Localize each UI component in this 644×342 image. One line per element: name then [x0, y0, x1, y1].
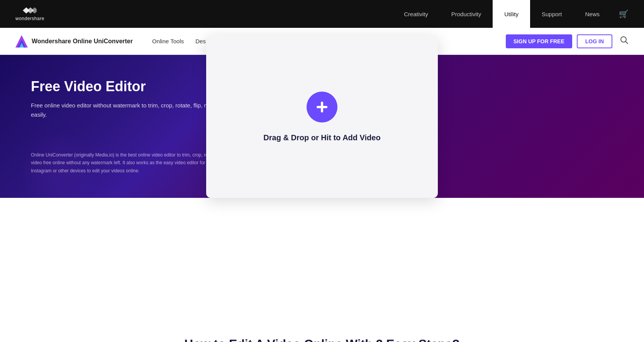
- login-button[interactable]: LOG IN: [577, 34, 612, 48]
- wondershare-logo[interactable]: wondershare: [15, 7, 44, 21]
- steps-section: How to Edit A Video Online With 3 Easy S…: [0, 306, 644, 342]
- nav-productivity[interactable]: Productivity: [440, 0, 493, 28]
- plus-icon: [315, 100, 329, 114]
- brand-logo[interactable]: Wondershare Online UniConverter: [15, 35, 133, 48]
- svg-rect-6: [317, 106, 327, 108]
- logo-text: wondershare: [15, 16, 44, 21]
- search-icon[interactable]: [620, 36, 629, 46]
- upload-panel[interactable]: Drag & Drop or Hit to Add Video: [206, 36, 438, 198]
- nav-utility[interactable]: Utility: [493, 0, 530, 28]
- upload-text: Drag & Drop or Hit to Add Video: [263, 133, 380, 142]
- nav-news[interactable]: News: [573, 0, 611, 28]
- link-online-tools[interactable]: Online Tools: [152, 38, 184, 44]
- steps-title: How to Edit A Video Online With 3 Easy S…: [31, 337, 613, 342]
- top-nav-links: Creativity Productivity Utility Support …: [392, 0, 629, 28]
- hero-section: Free Video Editor Free online video edit…: [0, 55, 644, 198]
- nav-actions: SIGN UP FOR FREE LOG IN: [506, 34, 629, 48]
- nav-creativity[interactable]: Creativity: [392, 0, 440, 28]
- nav-support[interactable]: Support: [530, 0, 574, 28]
- top-nav: wondershare Creativity Productivity Util…: [0, 0, 644, 28]
- brand-name: Wondershare Online UniConverter: [32, 38, 133, 45]
- upload-button[interactable]: [307, 92, 337, 123]
- cart-icon[interactable]: 🛒: [619, 9, 629, 19]
- logo-icon: [23, 7, 37, 14]
- svg-line-4: [626, 42, 628, 44]
- signup-button[interactable]: SIGN UP FOR FREE: [506, 34, 572, 48]
- uniconverter-logo-icon: [15, 35, 28, 48]
